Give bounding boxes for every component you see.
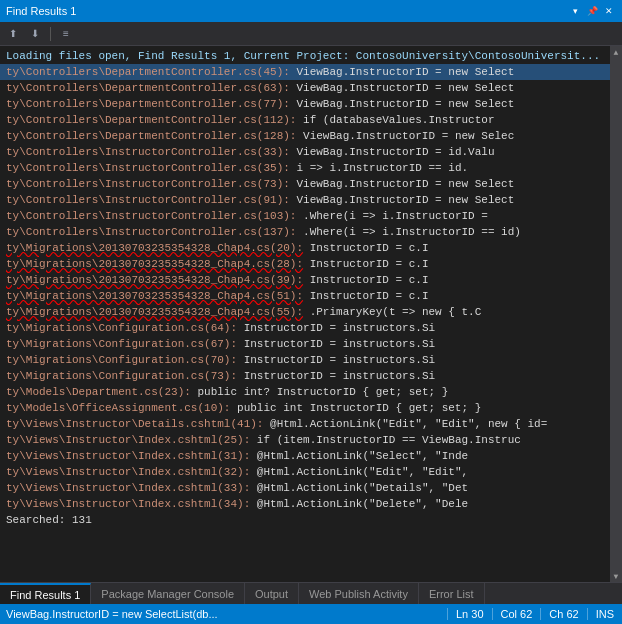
- file-path: ty\Models\OfficeAssignment.cs(10):: [6, 402, 230, 414]
- file-path: ty\Migrations\Configuration.cs(73):: [6, 370, 237, 382]
- code-content: if (databaseValues.Instructor: [296, 114, 494, 126]
- code-content: public int InstructorID { get; set; }: [230, 402, 481, 414]
- code-content: InstructorID = instructors.Si: [237, 370, 435, 382]
- file-path: ty\Migrations\20130703235354328_Chap4.cs…: [6, 258, 303, 270]
- file-path: ty\Controllers\DepartmentController.cs(1…: [6, 114, 296, 126]
- file-path: ty\Migrations\Configuration.cs(70):: [6, 354, 237, 366]
- table-row[interactable]: ty\Migrations\Configuration.cs(70): Inst…: [0, 352, 610, 368]
- code-content: @Html.ActionLink("Details", "Det: [250, 482, 468, 494]
- file-path: ty\Controllers\InstructorController.cs(9…: [6, 194, 290, 206]
- code-content: ViewBag.InstructorID = new Select: [290, 194, 514, 206]
- file-path: ty\Controllers\DepartmentController.cs(1…: [6, 130, 296, 142]
- toolbar-btn-up[interactable]: ⬆: [4, 25, 22, 43]
- table-row[interactable]: ty\Views\Instructor\Index.cshtml(25): if…: [0, 432, 610, 448]
- code-content: ViewBag.InstructorID = new Select: [290, 178, 514, 190]
- table-row[interactable]: Searched: 131: [0, 512, 610, 528]
- code-content: InstructorID = instructors.Si: [237, 354, 435, 366]
- file-path: ty\Views\Instructor\Index.cshtml(32):: [6, 466, 250, 478]
- code-content: public int? InstructorID { get; set; }: [191, 386, 448, 398]
- file-path: ty\Migrations\Configuration.cs(67):: [6, 338, 237, 350]
- table-row[interactable]: ty\Migrations\Configuration.cs(64): Inst…: [0, 320, 610, 336]
- table-row[interactable]: ty\Models\OfficeAssignment.cs(10): publi…: [0, 400, 610, 416]
- header-line: Loading files open, Find Results 1, Curr…: [0, 48, 610, 64]
- file-path: ty\Controllers\DepartmentController.cs(4…: [6, 66, 290, 78]
- table-row[interactable]: ty\Views\Instructor\Index.cshtml(31): @H…: [0, 448, 610, 464]
- tab-item-package-manager-console[interactable]: Package Manager Console: [91, 583, 245, 604]
- file-path: ty\Views\Instructor\Index.cshtml(33):: [6, 482, 250, 494]
- file-path: ty\Controllers\InstructorController.cs(3…: [6, 146, 290, 158]
- table-row[interactable]: ty\Migrations\20130703235354328_Chap4.cs…: [0, 304, 610, 320]
- file-path: ty\Migrations\Configuration.cs(64):: [6, 322, 237, 334]
- tab-bar: Find Results 1Package Manager ConsoleOut…: [0, 582, 622, 604]
- code-content: InstructorID = c.I: [303, 290, 428, 302]
- tab-item-error-list[interactable]: Error List: [419, 583, 485, 604]
- table-row[interactable]: ty\Controllers\DepartmentController.cs(7…: [0, 96, 610, 112]
- title-bar: Find Results 1 ▾ 📌 ✕: [0, 0, 622, 22]
- table-row[interactable]: ty\Migrations\Configuration.cs(73): Inst…: [0, 368, 610, 384]
- status-ln: Ln 30: [447, 608, 492, 620]
- code-content: i => i.InstructorID == id.: [290, 162, 468, 174]
- table-row[interactable]: ty\Views\Instructor\Index.cshtml(34): @H…: [0, 496, 610, 512]
- code-content: InstructorID = c.I: [303, 242, 428, 254]
- table-row[interactable]: ty\Controllers\DepartmentController.cs(6…: [0, 80, 610, 96]
- results-pane[interactable]: Loading files open, Find Results 1, Curr…: [0, 46, 610, 582]
- file-path: ty\Views\Instructor\Index.cshtml(31):: [6, 450, 250, 462]
- table-row[interactable]: ty\Views\Instructor\Details.cshtml(41): …: [0, 416, 610, 432]
- close-btn[interactable]: ✕: [602, 4, 616, 18]
- status-mode: INS: [587, 608, 622, 620]
- table-row[interactable]: ty\Migrations\20130703235354328_Chap4.cs…: [0, 256, 610, 272]
- tab-item-web-publish-activity[interactable]: Web Publish Activity: [299, 583, 419, 604]
- toolbar-separator: [50, 27, 51, 41]
- table-row[interactable]: ty\Views\Instructor\Index.cshtml(32): @H…: [0, 464, 610, 480]
- code-content: ViewBag.InstructorID = id.Valu: [290, 146, 495, 158]
- code-content: ViewBag.InstructorID = new Select: [290, 82, 514, 94]
- table-row[interactable]: ty\Controllers\InstructorController.cs(7…: [0, 176, 610, 192]
- code-content: @Html.ActionLink("Delete", "Dele: [250, 498, 468, 510]
- toolbar-btn-down[interactable]: ⬇: [26, 25, 44, 43]
- table-row[interactable]: ty\Migrations\20130703235354328_Chap4.cs…: [0, 240, 610, 256]
- tab-item-output[interactable]: Output: [245, 583, 299, 604]
- table-row[interactable]: ty\Controllers\InstructorController.cs(1…: [0, 224, 610, 240]
- file-path: ty\Migrations\20130703235354328_Chap4.cs…: [6, 242, 303, 254]
- code-content: .Where(i => i.InstructorID == id): [296, 226, 520, 238]
- tab-item-find-results-1[interactable]: Find Results 1: [0, 583, 91, 604]
- status-left: ViewBag.InstructorID = new SelectList(db…: [0, 608, 447, 620]
- scroll-down-arrow[interactable]: ▼: [610, 570, 622, 582]
- toolbar: ⬆ ⬇ ≡: [0, 22, 622, 46]
- status-right: Ln 30 Col 62 Ch 62 INS: [447, 608, 622, 620]
- scroll-up-arrow[interactable]: ▲: [610, 46, 622, 58]
- code-content: @Html.ActionLink("Edit", "Edit", new { i…: [263, 418, 547, 430]
- file-path: ty\Controllers\DepartmentController.cs(6…: [6, 82, 290, 94]
- toolbar-btn-list[interactable]: ≡: [57, 25, 75, 43]
- status-col: Col 62: [492, 608, 541, 620]
- code-content: InstructorID = c.I: [303, 258, 428, 270]
- table-row[interactable]: ty\Controllers\InstructorController.cs(1…: [0, 208, 610, 224]
- file-path: ty\Controllers\InstructorController.cs(3…: [6, 162, 290, 174]
- file-path: ty\Views\Instructor\Details.cshtml(41):: [6, 418, 263, 430]
- table-row[interactable]: ty\Views\Instructor\Index.cshtml(33): @H…: [0, 480, 610, 496]
- code-content: InstructorID = instructors.Si: [237, 338, 435, 350]
- table-row[interactable]: ty\Models\Department.cs(23): public int?…: [0, 384, 610, 400]
- vertical-scrollbar[interactable]: ▲ ▼: [610, 46, 622, 582]
- table-row[interactable]: ty\Migrations\20130703235354328_Chap4.cs…: [0, 288, 610, 304]
- code-content: ViewBag.InstructorID = new Select: [290, 98, 514, 110]
- pin-btn[interactable]: 📌: [585, 4, 599, 18]
- file-path: ty\Controllers\InstructorController.cs(1…: [6, 210, 296, 222]
- table-row[interactable]: ty\Controllers\InstructorController.cs(9…: [0, 192, 610, 208]
- window-title: Find Results 1: [6, 5, 76, 17]
- table-row[interactable]: ty\Controllers\InstructorController.cs(3…: [0, 160, 610, 176]
- table-row[interactable]: ty\Controllers\DepartmentController.cs(4…: [0, 64, 610, 80]
- dropdown-btn[interactable]: ▾: [568, 4, 582, 18]
- file-path: ty\Migrations\20130703235354328_Chap4.cs…: [6, 290, 303, 302]
- title-bar-controls: ▾ 📌 ✕: [568, 4, 616, 18]
- table-row[interactable]: ty\Controllers\InstructorController.cs(3…: [0, 144, 610, 160]
- file-path: ty\Views\Instructor\Index.cshtml(25):: [6, 434, 250, 446]
- code-content: if (item.InstructorID == ViewBag.Instruc: [250, 434, 521, 446]
- table-row[interactable]: ty\Controllers\DepartmentController.cs(1…: [0, 128, 610, 144]
- table-row[interactable]: ty\Migrations\20130703235354328_Chap4.cs…: [0, 272, 610, 288]
- title-bar-left: Find Results 1: [6, 5, 76, 17]
- code-content: @Html.ActionLink("Select", "Inde: [250, 450, 468, 462]
- table-row[interactable]: ty\Controllers\DepartmentController.cs(1…: [0, 112, 610, 128]
- code-content: ViewBag.InstructorID = new Selec: [296, 130, 514, 142]
- table-row[interactable]: ty\Migrations\Configuration.cs(67): Inst…: [0, 336, 610, 352]
